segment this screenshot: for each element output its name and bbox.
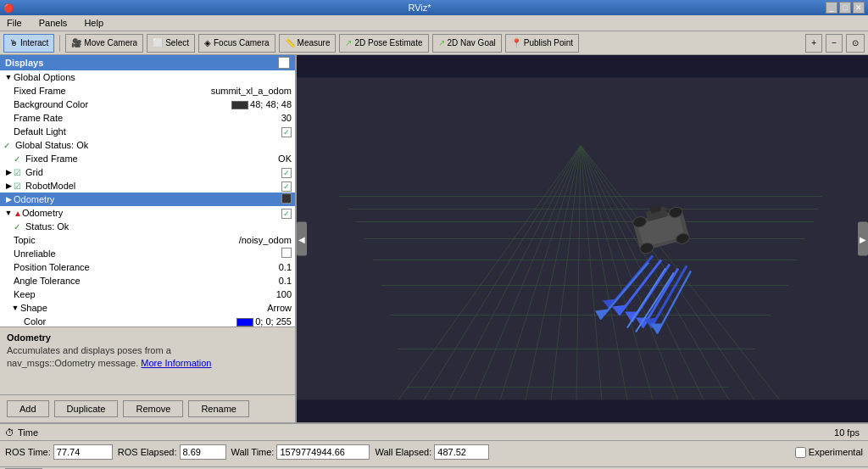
move-camera-button[interactable]: 🎥 Move Camera <box>65 34 143 53</box>
status-ok-icon: ✓ <box>14 222 25 232</box>
ros-elapsed-input[interactable] <box>180 444 226 460</box>
tree-item-fixed-frame[interactable]: Fixed Frame summit_xl_a_odom <box>0 84 295 98</box>
topic-value: /noisy_odom <box>239 235 295 245</box>
default-light-checkbox[interactable]: ✓ <box>281 127 292 137</box>
action-buttons: Add Duplicate Remove Rename <box>0 394 295 422</box>
fixed-frame-value: summit_xl_a_odom <box>211 86 295 96</box>
rename-button[interactable]: Rename <box>188 400 249 417</box>
pose-icon: ↗ <box>345 38 352 47</box>
info-desc: Accumulates and displays poses from a na… <box>7 344 288 371</box>
tree-item-odometry-expanded[interactable]: ▼ ▲ Odometry ✓ <box>0 206 295 220</box>
viewport[interactable]: ◀ ▶ <box>297 55 868 422</box>
tree-item-color[interactable]: Color 0; 0; 255 <box>0 315 295 327</box>
info-panel: Odometry Accumulates and displays poses … <box>0 327 295 394</box>
tree-item-global-options[interactable]: ▼ Global Options <box>0 70 295 84</box>
tree-item-topic[interactable]: Topic /noisy_odom <box>0 233 295 247</box>
experimental-checkbox[interactable] <box>795 447 806 458</box>
add-button[interactable]: Add <box>7 400 49 417</box>
odometry-exp-checkbox[interactable]: ✓ <box>281 209 292 219</box>
ros-elapsed-label: ROS Elapsed: <box>118 447 177 457</box>
tree-item-global-status[interactable]: ✓ Global Status: Ok <box>0 138 295 152</box>
grid-check-icon: ☑ <box>14 168 25 177</box>
remove-button[interactable]: Remove <box>123 400 183 417</box>
robot-model-checkbox[interactable]: ✓ <box>281 181 292 192</box>
bg-color-label: Background Color <box>14 99 231 109</box>
tree-item-default-light[interactable]: Default Light ✓ <box>0 125 295 138</box>
shape-arrow[interactable]: ▼ <box>10 304 20 312</box>
tree-item-angle-tolerance[interactable]: Angle Tolerance 0.1 <box>0 274 295 288</box>
camera-settings-button[interactable]: ⊙ <box>846 34 865 53</box>
publish-point-button[interactable]: 📍 Publish Point <box>505 34 579 53</box>
select-button[interactable]: ⬜ Select <box>147 34 195 53</box>
plus-button[interactable]: + <box>805 34 822 53</box>
angle-tolerance-value: 0.1 <box>279 276 295 286</box>
global-options-label: Global Options <box>14 72 295 82</box>
fixed-frame-label: Fixed Frame <box>14 86 211 96</box>
menu-help[interactable]: Help <box>81 17 107 29</box>
color-swatch[interactable] <box>236 318 253 327</box>
ros-elapsed-group: ROS Elapsed: <box>118 444 226 460</box>
more-info-link[interactable]: More Information <box>141 358 211 368</box>
wall-elapsed-input[interactable] <box>434 444 489 460</box>
odometry-sel-checkbox[interactable] <box>281 193 292 204</box>
tree-item-status-ok[interactable]: ✓ Status: Ok <box>0 220 295 233</box>
measure-button[interactable]: 📏 Measure <box>279 34 337 53</box>
robot-model-arrow[interactable]: ▶ <box>3 181 14 190</box>
ros-time-input[interactable] <box>53 444 113 460</box>
svg-text:◀: ◀ <box>298 235 305 244</box>
tree-item-robot-model[interactable]: ▶ ☑ RobotModel ✓ <box>0 179 295 193</box>
measure-icon: 📏 <box>285 38 295 47</box>
duplicate-button[interactable]: Duplicate <box>54 400 119 417</box>
main-content: Displays ▼ Global Options Fixed Frame su… <box>0 55 868 422</box>
tree-item-bg-color[interactable]: Background Color 48; 48; 48 <box>0 98 295 111</box>
odometry-exp-arrow[interactable]: ▼ <box>3 209 14 217</box>
focus-camera-button[interactable]: ◈ Focus Camera <box>198 34 275 53</box>
default-light-label: Default Light <box>14 126 281 137</box>
frame-rate-label: Frame Rate <box>14 113 281 123</box>
robot-model-check-icon: ☑ <box>14 181 25 191</box>
tree-item-shape[interactable]: ▼ Shape Arrow <box>0 301 295 315</box>
bg-color-swatch[interactable] <box>231 101 248 109</box>
tree-item-frame-rate[interactable]: Frame Rate 30 <box>0 111 295 125</box>
focus-icon: ◈ <box>204 38 211 47</box>
window-controls[interactable]: _ □ ✕ <box>826 2 865 14</box>
menu-file[interactable]: File <box>3 17 25 29</box>
wall-time-group: Wall Time: <box>231 444 370 460</box>
minimize-button[interactable]: _ <box>826 2 837 14</box>
global-options-arrow[interactable]: ▼ <box>3 73 14 81</box>
maximize-button[interactable]: □ <box>839 2 851 14</box>
tree-item-unreliable[interactable]: Unreliable <box>0 247 295 260</box>
bg-color-value: 48; 48; 48 <box>231 99 295 109</box>
menu-panels[interactable]: Panels <box>36 17 71 29</box>
grid-arrow[interactable]: ▶ <box>3 168 14 176</box>
wall-time-input[interactable] <box>276 444 370 460</box>
select-icon: ⬜ <box>153 38 163 47</box>
svg-text:▶: ▶ <box>860 235 866 244</box>
tree-area[interactable]: ▼ Global Options Fixed Frame summit_xl_a… <box>0 70 295 327</box>
position-tolerance-value: 0.1 <box>279 262 295 272</box>
tree-item-fixed-frame-status[interactable]: ✓ Fixed Frame OK <box>0 152 295 165</box>
global-status-label: Global Status: Ok <box>15 140 295 150</box>
tree-item-position-tolerance[interactable]: Position Tolerance 0.1 <box>0 260 295 274</box>
bottom-area: ⏱ Time 10 fps ROS Time: ROS Elapsed: Wal… <box>0 422 868 466</box>
minus-button[interactable]: − <box>826 34 843 53</box>
unreliable-checkbox[interactable] <box>281 248 292 258</box>
pose-estimate-button[interactable]: ↗ 2D Pose Estimate <box>339 34 428 53</box>
fixed-frame-status-value: OK <box>278 154 295 164</box>
displays-checkbox[interactable] <box>278 57 290 69</box>
tree-item-odometry-selected[interactable]: ▶ Odometry <box>0 193 295 206</box>
interact-button[interactable]: 🖱 Interact <box>3 34 54 53</box>
robot-model-label: RobotModel <box>25 181 281 191</box>
odometry-sel-arrow[interactable]: ▶ <box>3 195 14 204</box>
nav-goal-button[interactable]: ↗ 2D Nav Goal <box>432 34 502 53</box>
odometry-exp-label: Odometry <box>22 208 281 218</box>
wall-elapsed-label: Wall Elapsed: <box>375 447 431 457</box>
info-title: Odometry <box>7 332 288 343</box>
tree-item-keep[interactable]: Keep 100 <box>0 288 295 301</box>
toolbar-separator <box>59 35 60 52</box>
close-button[interactable]: ✕ <box>853 2 865 14</box>
camera-icon: 🎥 <box>71 38 81 47</box>
grid-checkbox[interactable]: ✓ <box>281 168 292 178</box>
tree-item-grid[interactable]: ▶ ☑ Grid ✓ <box>0 165 295 179</box>
nav-icon: ↗ <box>438 38 445 47</box>
